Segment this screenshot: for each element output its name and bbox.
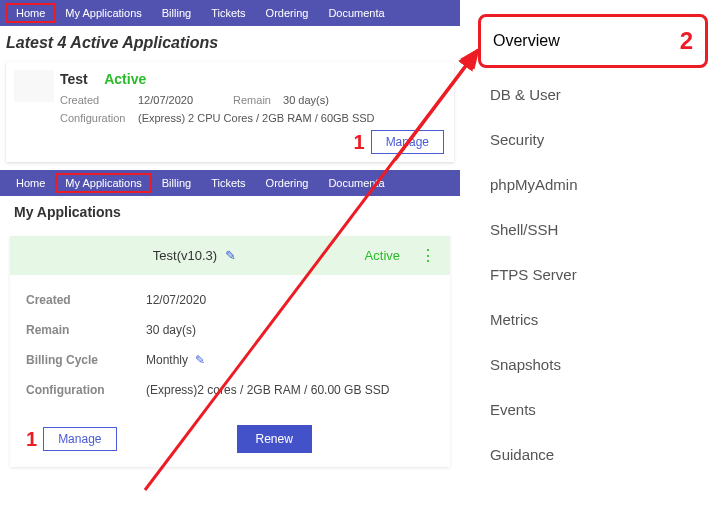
nav-home[interactable]: Home (6, 3, 55, 23)
created-label: Created (60, 94, 138, 106)
config2-label: Configuration (26, 383, 146, 397)
top-navbar: Home My Applications Billing Tickets Ord… (0, 0, 460, 26)
status-badge: Active (104, 71, 146, 87)
app2-name: Test(v10.3) (153, 248, 217, 263)
menu-snapshots[interactable]: Snapshots (460, 342, 728, 387)
nav-documentation[interactable]: Documenta (318, 3, 394, 23)
app-name: Test (60, 71, 88, 87)
remain2-label: Remain (26, 323, 146, 337)
created2-value: 12/07/2020 (146, 293, 206, 307)
remain2-value: 30 day(s) (146, 323, 196, 337)
edit-name-icon[interactable]: ✎ (225, 248, 236, 263)
menu-ftps-server[interactable]: FTPS Server (460, 252, 728, 297)
menu-overview-label: Overview (493, 32, 560, 50)
manage-button-top[interactable]: Manage (371, 130, 444, 154)
kebab-menu-icon[interactable]: ⋮ (420, 246, 436, 265)
menu-phpmyadmin[interactable]: phpMyAdmin (460, 162, 728, 207)
menu-metrics[interactable]: Metrics (460, 297, 728, 342)
second-navbar: Home My Applications Billing Tickets Ord… (0, 170, 460, 196)
menu-security[interactable]: Security (460, 117, 728, 162)
menu-db-user[interactable]: DB & User (460, 72, 728, 117)
cycle-label: Billing Cycle (26, 353, 146, 367)
config2-value: (Express)2 cores / 2GB RAM / 60.00 GB SS… (146, 383, 389, 397)
menu-events[interactable]: Events (460, 387, 728, 432)
menu-shell-ssh[interactable]: Shell/SSH (460, 207, 728, 252)
annotation-number-1a: 1 (354, 131, 365, 154)
app-card-top: Test Active Created 12/07/2020 Remain 30… (6, 62, 454, 162)
latest-apps-title: Latest 4 Active Applications (0, 26, 460, 58)
app-thumbnail (14, 70, 54, 102)
nav2-tickets[interactable]: Tickets (201, 173, 255, 193)
nav2-my-applications[interactable]: My Applications (55, 173, 151, 193)
nav2-ordering[interactable]: Ordering (256, 173, 319, 193)
annotation-number-1b: 1 (26, 428, 37, 451)
nav-ordering[interactable]: Ordering (256, 3, 319, 23)
nav-billing[interactable]: Billing (152, 3, 201, 23)
nav-tickets[interactable]: Tickets (201, 3, 255, 23)
my-applications-title: My Applications (0, 196, 460, 228)
config-label: Configuration (60, 112, 138, 124)
created-value: 12/07/2020 (138, 94, 193, 106)
edit-cycle-icon[interactable]: ✎ (195, 353, 205, 367)
app2-status: Active (365, 248, 400, 263)
nav2-billing[interactable]: Billing (152, 173, 201, 193)
nav2-home[interactable]: Home (6, 173, 55, 193)
manage-button-bottom[interactable]: Manage (43, 427, 116, 451)
remain-value: 30 day(s) (283, 94, 329, 106)
side-menu: Overview 2 DB & User Security phpMyAdmin… (460, 0, 728, 477)
cycle-value: Monthly (146, 353, 188, 367)
nav2-documentation[interactable]: Documenta (318, 173, 394, 193)
renew-button[interactable]: Renew (237, 425, 312, 453)
menu-overview[interactable]: Overview 2 (478, 14, 708, 68)
created2-label: Created (26, 293, 146, 307)
remain-label: Remain (233, 94, 283, 106)
nav-my-applications[interactable]: My Applications (55, 3, 151, 23)
annotation-number-2: 2 (680, 27, 693, 55)
config-value: (Express) 2 CPU Cores / 2GB RAM / 60GB S… (138, 112, 375, 124)
menu-guidance[interactable]: Guidance (460, 432, 728, 477)
app-card-bottom: Test(v10.3) ✎ Active ⋮ Created 12/07/202… (10, 236, 450, 467)
card-header: Test(v10.3) ✎ Active ⋮ (10, 236, 450, 275)
